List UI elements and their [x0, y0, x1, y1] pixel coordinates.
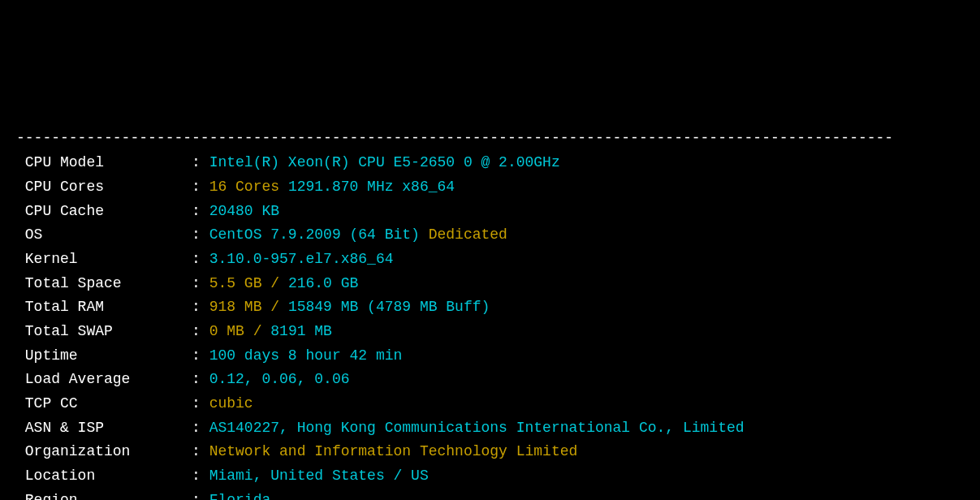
row-value: AS140227, Hong Kong Communications Inter… [209, 420, 745, 436]
row-label: OS [16, 223, 192, 248]
row-value: 216.0 GB [288, 275, 358, 291]
colon-separator: : [192, 203, 209, 219]
colon-separator: : [192, 179, 209, 195]
row-value: 15849 MB [288, 299, 367, 315]
info-row: Load Average : 0.12, 0.06, 0.06 [16, 368, 964, 392]
row-label: Total Space [16, 272, 192, 296]
row-value: 0 MB / [209, 323, 271, 339]
row-value: 16 Cores [209, 179, 288, 195]
info-row: CPU Cache : 20480 KB [16, 200, 964, 224]
row-value: 3.10.0-957.el7.x86_64 [209, 251, 394, 267]
row-value: cubic [209, 395, 253, 412]
row-value: 100 days 8 hour 42 min [209, 347, 403, 364]
colon-separator: : [192, 395, 209, 412]
info-row: Total SWAP : 0 MB / 8191 MB [16, 320, 964, 344]
row-value: 5.5 GB / [209, 275, 288, 291]
row-label: Load Average [16, 368, 192, 392]
info-row: CPU Model : Intel(R) Xeon(R) CPU E5-2650… [16, 151, 964, 175]
colon-separator: : [192, 420, 209, 436]
row-value: Intel(R) Xeon(R) CPU E5-2650 0 @ 2.00GHz [209, 154, 560, 170]
info-row: Uptime : 100 days 8 hour 42 min [16, 344, 964, 369]
row-label: Total SWAP [16, 320, 192, 344]
row-label: Kernel [16, 248, 192, 272]
row-label: CPU Model [16, 151, 192, 175]
info-row: TCP CC : cubic [16, 392, 964, 416]
info-row: Organization : Network and Information T… [16, 440, 964, 464]
info-row: CPU Cores : 16 Cores 1291.870 MHz x86_64 [16, 175, 964, 200]
row-label: Total RAM [16, 295, 192, 320]
colon-separator: : [192, 226, 209, 243]
row-value: Miami, United States / US [209, 468, 429, 484]
colon-separator: : [192, 299, 209, 315]
row-value: Network and Information Technology Limit… [209, 443, 578, 459]
row-value: Florida [209, 492, 271, 500]
system-info-block: CPU Model : Intel(R) Xeon(R) CPU E5-2650… [16, 151, 964, 500]
info-row: Total RAM : 918 MB / 15849 MB (4789 MB B… [16, 295, 964, 320]
colon-separator: : [192, 492, 209, 500]
colon-separator: : [192, 371, 209, 387]
row-value: (4789 MB Buff) [367, 299, 490, 315]
row-value: 20480 KB [209, 203, 279, 219]
row-value: 0.12, 0.06, 0.06 [209, 371, 350, 387]
info-row: Location : Miami, United States / US [16, 464, 964, 489]
row-value: CentOS 7.9.2009 (64 Bit) [209, 226, 429, 243]
row-label: Location [16, 464, 192, 489]
colon-separator: : [192, 251, 209, 267]
divider-top: ----------------------------------------… [16, 130, 893, 146]
row-label: Uptime [16, 344, 192, 369]
row-label: TCP CC [16, 392, 192, 416]
row-label: Region [16, 489, 192, 500]
colon-separator: : [192, 154, 209, 170]
colon-separator: : [192, 443, 209, 459]
colon-separator: : [192, 275, 209, 291]
row-label: CPU Cores [16, 175, 192, 200]
row-value: 8191 MB [270, 323, 332, 339]
info-row: Region : Florida [16, 489, 964, 500]
row-value: Dedicated [429, 226, 507, 243]
info-row: ASN & ISP : AS140227, Hong Kong Communic… [16, 416, 964, 441]
terminal-output: ----------------------------------------… [16, 103, 964, 500]
info-row: OS : CentOS 7.9.2009 (64 Bit) Dedicated [16, 223, 964, 248]
info-row: Total Space : 5.5 GB / 216.0 GB [16, 272, 964, 296]
row-label: Organization [16, 440, 192, 464]
row-value: 1291.870 MHz x86_64 [288, 179, 455, 195]
colon-separator: : [192, 323, 209, 339]
row-label: ASN & ISP [16, 416, 192, 441]
row-label: CPU Cache [16, 200, 192, 224]
row-value: 918 MB / [209, 299, 288, 315]
colon-separator: : [192, 468, 209, 484]
info-row: Kernel : 3.10.0-957.el7.x86_64 [16, 248, 964, 272]
colon-separator: : [192, 347, 209, 364]
